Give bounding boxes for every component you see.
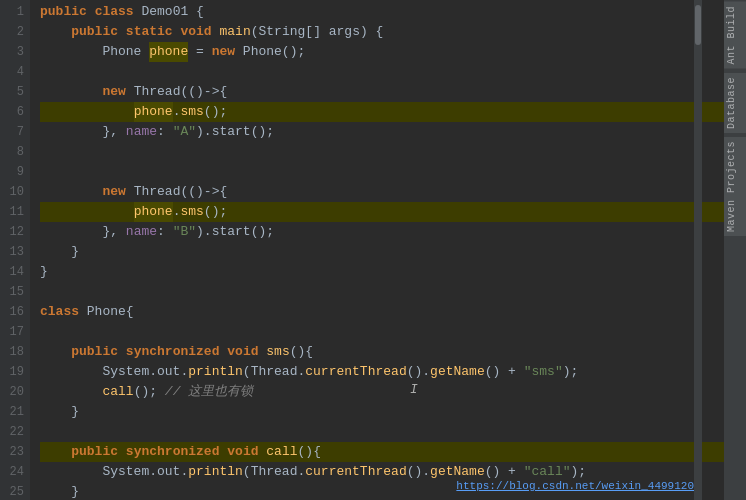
code-line: phone.sms();: [40, 202, 724, 222]
sidebar-tab-ant-build[interactable]: Ant Build: [724, 2, 746, 69]
code-line: [40, 162, 724, 182]
code-line: new Thread(()->{: [40, 182, 724, 202]
code-line: Phone phone = new Phone();: [40, 42, 724, 62]
code-container: 1 2 3 4 5 6 7 8 9 10 11 12 13 14 15 16 1…: [0, 0, 724, 500]
code-line: }: [40, 262, 724, 282]
code-line: }: [40, 402, 724, 422]
bottom-url[interactable]: https://blog.csdn.net/weixin_4499120: [456, 476, 694, 496]
code-line: public static void main(String[] args) {: [40, 22, 724, 42]
code-line-call: ➜ public synchronized void call(){: [40, 442, 724, 462]
code-line: [40, 422, 724, 442]
code-line: public class Demo01 {: [40, 2, 724, 22]
code-line: phone.sms();: [40, 102, 724, 122]
code-line: [40, 322, 724, 342]
code-line: class Phone{: [40, 302, 724, 322]
code-line: [40, 142, 724, 162]
sidebar-tab-database[interactable]: Database: [724, 73, 746, 133]
code-line: }, name: "A").start();: [40, 122, 724, 142]
line-numbers: 1 2 3 4 5 6 7 8 9 10 11 12 13 14 15 16 1…: [0, 0, 30, 500]
code-line: }, name: "B").start();: [40, 222, 724, 242]
code-line: [40, 62, 724, 82]
right-sidebar: Ant Build Database Maven Projects: [724, 0, 746, 500]
code-line: new Thread(()->{: [40, 82, 724, 102]
code-content[interactable]: public class Demo01 { public static void…: [30, 0, 724, 500]
sidebar-tab-maven[interactable]: Maven Projects: [724, 137, 746, 236]
code-line: System.out.println(Thread.currentThread(…: [40, 362, 724, 382]
code-line: }: [40, 242, 724, 262]
code-line-arrow: ➜ call(); // 这里也有锁: [40, 382, 724, 402]
scrollbar[interactable]: [694, 0, 702, 500]
editor-area: 1 2 3 4 5 6 7 8 9 10 11 12 13 14 15 16 1…: [0, 0, 724, 500]
code-line: [40, 282, 724, 302]
scroll-thumb: [695, 5, 701, 45]
cursor: I: [410, 380, 418, 400]
code-line: public synchronized void sms(){: [40, 342, 724, 362]
